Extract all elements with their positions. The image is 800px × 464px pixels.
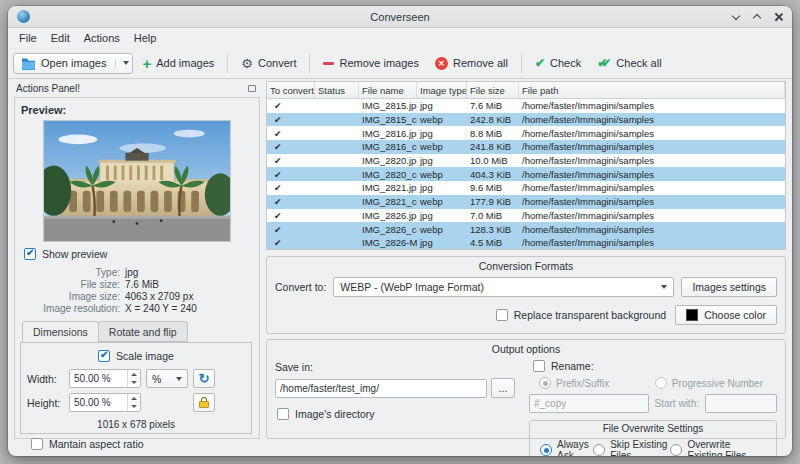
column-to-convert[interactable]: To convert [267,82,315,98]
remove-images-button[interactable]: Remove images [316,53,425,73]
column-file-path[interactable]: File path [519,82,785,98]
check-icon: ✔ [274,225,282,235]
choose-color-button[interactable]: Choose color [675,305,777,325]
tab-dimensions[interactable]: Dimensions [22,321,99,342]
rename-pattern-input[interactable] [529,394,649,413]
scale-image-checkbox[interactable]: Scale image [27,350,245,362]
row-convert-cell[interactable]: ✔ [267,237,315,248]
convert-button[interactable]: ⚙ Convert [234,53,303,74]
row-image-type: webp [417,169,467,180]
browse-button[interactable]: ... [491,378,515,398]
table-row[interactable]: ✔ IMG_2820.jpg jpg 10.0 MiB /home/faster… [267,154,785,168]
row-file-path: /home/faster/Immagini/samples [519,196,785,207]
open-images-button[interactable]: Open images [13,53,133,74]
row-convert-cell[interactable]: ✔ [267,141,315,152]
table-row[interactable]: ✔ IMG_2820_co... webp 404.3 KiB /home/fa… [267,167,785,181]
check-all-button[interactable]: ✔✔ Check all [590,53,668,73]
table-row[interactable]: ✔ IMG_2816_co... webp 241.8 KiB /home/fa… [267,140,785,154]
maximize-icon[interactable] [753,12,762,21]
row-file-size: 404.3 KiB [467,169,519,180]
row-convert-cell[interactable]: ✔ [267,169,315,180]
prefix-suffix-radio[interactable] [539,377,551,389]
row-file-path: /home/faster/Immagini/samples [519,182,785,193]
file-table: To convert Status File name Image type F… [266,81,786,250]
unit-combobox[interactable]: % [146,369,188,388]
rename-checkbox[interactable]: Rename: [533,360,777,372]
tab-rotate-flip[interactable]: Rotate and flip [98,321,188,342]
width-spinbox[interactable]: 50.00 % [69,369,141,388]
double-check-icon: ✔✔ [597,57,611,69]
check-icon: ✔ [274,142,282,152]
open-images-menu-arrow-icon[interactable] [123,61,129,65]
info-imagesize-value: 4063 x 2709 px [125,291,254,302]
info-resolution-value: X = 240 Y = 240 [125,303,254,314]
convert-to-label: Convert to: [275,281,326,293]
table-row[interactable]: ✔ IMG_2815.jpg jpg 7.6 MiB /home/faster/… [267,99,785,113]
row-image-type: webp [417,224,467,235]
column-file-size[interactable]: File size [467,82,519,98]
row-convert-cell[interactable]: ✔ [267,100,315,111]
table-row[interactable]: ✔ IMG_2826_co... webp 128.3 KiB /home/fa… [267,222,785,236]
actions-panel-header[interactable]: Actions Panel! [14,80,260,97]
check-icon: ✔ [274,101,282,111]
checkbox-icon [31,438,43,450]
height-spinbox[interactable]: 50.00 % [69,393,141,412]
image-info: Type: jpg File size: 7.6 MiB Image size:… [20,267,254,314]
table-row[interactable]: ✔ IMG_2816.jpg jpg 8.8 MiB /home/faster/… [267,126,785,140]
row-image-type: jpg [417,210,467,221]
column-status[interactable]: Status [315,82,359,98]
row-convert-cell[interactable]: ✔ [267,196,315,207]
panel-tabs: Dimensions Rotate and flip [22,321,254,342]
folder-icon [21,57,36,70]
add-images-button[interactable]: + Add images [135,53,221,73]
remove-all-button[interactable]: ✕ Remove all [428,53,515,74]
float-panel-icon[interactable] [248,85,256,92]
column-image-type[interactable]: Image type [417,82,467,98]
close-icon[interactable] [774,12,783,21]
check-icon: ✔ [535,57,545,69]
images-directory-checkbox[interactable]: Image's directory [277,408,515,420]
spin-arrows[interactable] [127,370,140,387]
table-row[interactable]: ✔ IMG_2826.jpg jpg 7.0 MiB /home/faster/… [267,209,785,223]
save-path-input[interactable] [275,379,487,398]
lock-ratio-button[interactable] [193,393,215,412]
menu-edit[interactable]: Edit [44,30,77,46]
row-file-name: IMG_2815.jpg [359,100,417,111]
row-file-name: IMG_2816_co... [359,141,417,152]
progressive-number-radio[interactable] [655,377,667,389]
replace-transparent-checkbox[interactable]: Replace transparent background [496,309,666,321]
row-convert-cell[interactable]: ✔ [267,224,315,235]
row-file-size: 177.9 KiB [467,196,519,207]
images-settings-button[interactable]: Images settings [681,277,777,297]
row-file-size: 8.8 MiB [467,128,519,139]
reset-dimensions-button[interactable]: ↻ [193,369,215,388]
menu-actions[interactable]: Actions [77,30,127,46]
start-with-input[interactable] [705,394,777,413]
output-options-group: Output options Save in: ... Image's dir [266,339,786,439]
app-window: Converseen File Edit Actions Help Open i… [8,6,792,456]
format-combobox[interactable]: WEBP - (WebP Image Format) [333,277,674,297]
row-convert-cell[interactable]: ✔ [267,114,315,125]
spin-arrows[interactable] [127,394,140,411]
table-row[interactable]: ✔ IMG_2826-M... jpg 4.5 MiB /home/faster… [267,236,785,249]
minimize-icon[interactable] [732,12,741,21]
row-convert-cell[interactable]: ✔ [267,210,315,221]
table-row[interactable]: ✔ IMG_2821_co... webp 177.9 KiB /home/fa… [267,195,785,209]
table-row[interactable]: ✔ IMG_2815_co... webp 242.8 KiB /home/fa… [267,113,785,127]
show-preview-checkbox[interactable]: Show preview [24,248,254,260]
table-row[interactable]: ✔ IMG_2821.jpg jpg 9.6 MiB /home/faster/… [267,181,785,195]
titlebar[interactable]: Converseen [8,6,792,28]
window-title: Converseen [8,11,792,23]
row-convert-cell[interactable]: ✔ [267,182,315,193]
row-convert-cell[interactable]: ✔ [267,128,315,139]
menu-file[interactable]: File [12,30,44,46]
chevron-down-icon [176,377,182,381]
row-convert-cell[interactable]: ✔ [267,155,315,166]
column-file-name[interactable]: File name [359,82,417,98]
images-settings-label: Images settings [692,281,766,293]
check-button[interactable]: ✔ Check [528,53,588,73]
menu-help[interactable]: Help [127,30,164,46]
convert-label: Convert [258,57,297,69]
toolbar-separator [309,53,310,73]
output-options-title: Output options [275,343,777,355]
